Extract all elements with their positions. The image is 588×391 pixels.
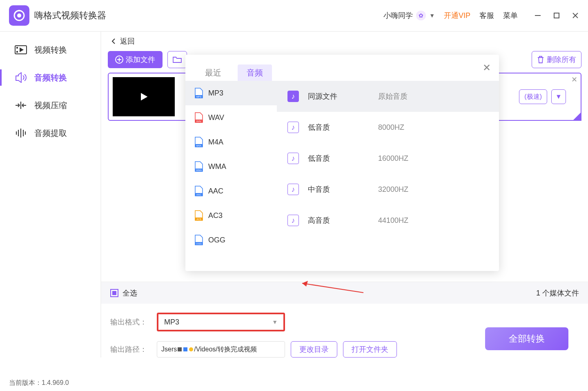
popup-tab-recent[interactable]: 最近 <box>196 64 230 81</box>
select-all-checkbox[interactable] <box>110 289 118 297</box>
back-button[interactable]: 返回 <box>101 32 588 51</box>
audio-extract-icon <box>15 128 27 138</box>
format-item-mp3[interactable]: MP3MP3 <box>185 81 277 105</box>
select-all-label: 全选 <box>122 288 137 298</box>
sidebar-item-label: 视频压缩 <box>34 100 67 111</box>
music-note-icon: ♪ <box>287 91 299 102</box>
file-icon: AAC <box>194 186 203 196</box>
format-item-wma[interactable]: WMAWMA <box>185 154 277 179</box>
format-item-aac[interactable]: AACAAC <box>185 179 277 203</box>
svg-text:MP3: MP3 <box>196 96 202 98</box>
sidebar-item-label: 音频转换 <box>34 72 67 83</box>
quality-item[interactable]: ♪中音质32000HZ <box>277 174 499 205</box>
file-icon: MP3 <box>194 88 203 98</box>
quality-item[interactable]: ♪高音质44100HZ <box>277 205 499 236</box>
music-note-icon: ♪ <box>287 215 299 226</box>
format-popup: 最近 音频 ✕ MP3MP3WAVWAVM4AM4AWMAWMAAACAACAC… <box>185 55 499 271</box>
svg-rect-3 <box>554 13 559 18</box>
video-compress-icon <box>15 100 27 111</box>
svg-text:AAC: AAC <box>196 193 202 196</box>
sidebar-item-label: 音频提取 <box>34 128 67 139</box>
popup-tab-audio[interactable]: 音频 <box>238 64 272 81</box>
close-button[interactable] <box>572 12 579 19</box>
folder-icon <box>173 56 182 63</box>
svg-point-7 <box>17 47 18 48</box>
add-folder-button[interactable] <box>167 51 187 68</box>
svg-text:WMA: WMA <box>196 169 202 171</box>
maximize-button[interactable] <box>553 12 560 19</box>
file-thumbnail <box>113 77 175 116</box>
caret-down-icon: ▼ <box>429 12 435 19</box>
version-value: 1.4.969.0 <box>42 379 69 387</box>
video-convert-icon <box>15 44 27 55</box>
vip-link[interactable]: 开通VIP <box>444 11 470 20</box>
music-note-icon: ♪ <box>287 153 299 164</box>
svg-marker-9 <box>20 48 23 51</box>
user-avatar-icon: ✿ <box>416 11 426 20</box>
format-item-wav[interactable]: WAVWAV <box>185 105 277 130</box>
file-icon: OGG <box>194 235 203 245</box>
output-format-label: 输出格式： <box>110 317 151 327</box>
back-label: 返回 <box>120 36 135 46</box>
format-item-m4a[interactable]: M4AM4A <box>185 130 277 154</box>
file-icon: WMA <box>194 161 203 172</box>
app-logo <box>9 5 29 26</box>
change-dir-button[interactable]: 更改目录 <box>291 341 337 358</box>
add-file-button[interactable]: 添加文件 <box>108 51 163 68</box>
svg-text:M4A: M4A <box>196 144 201 147</box>
output-format-select[interactable]: MP3 ▼ <box>157 313 285 331</box>
remove-file-icon[interactable]: ✕ <box>571 75 577 84</box>
file-icon: WAV <box>194 112 203 123</box>
output-format-value: MP3 <box>164 318 179 327</box>
format-item-ac3[interactable]: AC3AC3 <box>185 203 277 228</box>
speed-dropdown[interactable]: ▼ <box>551 89 566 104</box>
user-menu[interactable]: 小嗨同学 ✿ ▼ <box>383 11 435 20</box>
dropdown-icon: ▼ <box>272 319 278 325</box>
music-note-icon: ♪ <box>287 184 299 195</box>
quality-item[interactable]: ♪低音质16000HZ <box>277 143 499 174</box>
output-path-value: Jsers /Videos/转换完成视频 <box>157 341 285 358</box>
speed-chip[interactable]: (极速) <box>519 89 547 104</box>
sidebar-item-label: 视频转换 <box>34 44 67 56</box>
svg-text:WAV: WAV <box>196 120 202 122</box>
support-link[interactable]: 客服 <box>479 11 494 20</box>
version-label: 当前版本： <box>9 379 42 387</box>
quality-item[interactable]: ♪低音质8000HZ <box>277 112 499 143</box>
media-count: 1 个媒体文件 <box>536 288 579 298</box>
popup-close-icon[interactable]: ✕ <box>483 62 491 73</box>
quality-item[interactable]: ♪同源文件原始音质 <box>277 81 499 112</box>
music-note-icon: ♪ <box>287 122 299 133</box>
convert-all-button[interactable]: 全部转换 <box>485 327 568 350</box>
svg-point-1 <box>17 13 21 18</box>
trash-icon <box>537 56 544 64</box>
audio-convert-icon <box>15 72 27 83</box>
menu-link[interactable]: 菜单 <box>503 11 518 20</box>
svg-text:OGG: OGG <box>196 242 202 245</box>
sidebar-item-audio-extract[interactable]: 音频提取 <box>0 119 100 147</box>
app-title: 嗨格式视频转换器 <box>34 9 106 22</box>
minimize-button[interactable] <box>534 12 541 19</box>
svg-point-8 <box>17 51 18 52</box>
sidebar-item-audio-convert[interactable]: 音频转换 <box>0 64 100 91</box>
file-icon: M4A <box>194 137 203 147</box>
open-folder-button[interactable]: 打开文件夹 <box>343 341 397 358</box>
file-icon: AC3 <box>194 210 203 221</box>
format-item-ogg[interactable]: OGGOGG <box>185 228 277 252</box>
sidebar-item-video-compress[interactable]: 视频压缩 <box>0 91 100 119</box>
sidebar-item-video-convert[interactable]: 视频转换 <box>0 36 100 64</box>
svg-text:AC3: AC3 <box>196 218 201 220</box>
delete-all-button[interactable]: 删除所有 <box>532 51 581 68</box>
output-path-label: 输出路径： <box>110 344 151 354</box>
user-name: 小嗨同学 <box>383 11 413 20</box>
